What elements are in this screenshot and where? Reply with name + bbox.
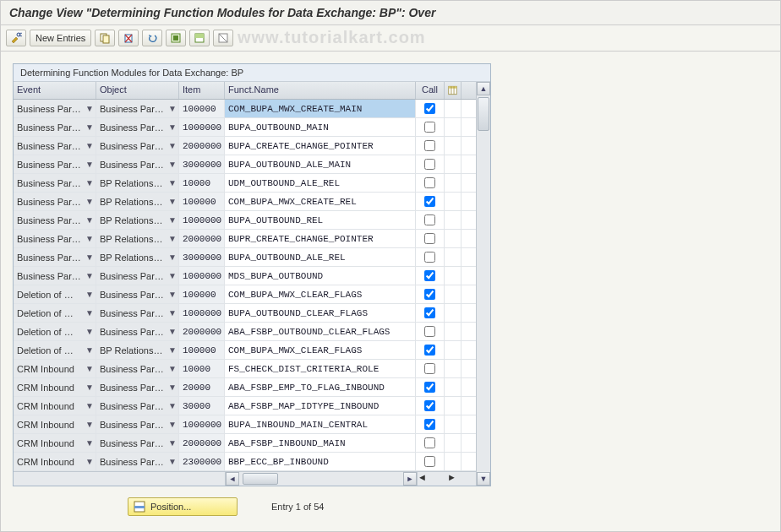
object-dropdown[interactable]: BP Relations…▼: [96, 341, 178, 359]
call-checkbox[interactable]: [424, 214, 435, 225]
table-row[interactable]: CRM Inbound▼Business Par…▼20000ABA_FSBP_…: [14, 378, 477, 397]
funct-name-field[interactable]: BUPA_OUTBOUND_ALE_MAIN: [225, 155, 415, 173]
funct-name-field[interactable]: BUPA_OUTBOUND_MAIN: [225, 118, 415, 136]
object-dropdown[interactable]: Business Par…▼: [96, 304, 178, 322]
funct-name-field[interactable]: UDM_OUTBOUND_ALE_REL: [225, 174, 415, 192]
delete-button[interactable]: [118, 30, 139, 46]
call-checkbox[interactable]: [424, 252, 435, 263]
object-dropdown[interactable]: Business Par…▼: [96, 100, 178, 117]
item-field[interactable]: 1000000: [179, 211, 224, 229]
event-dropdown[interactable]: CRM Inbound▼: [14, 434, 96, 452]
funct-name-field[interactable]: ABA_FSBP_INBOUND_MAIN: [225, 434, 415, 452]
event-dropdown[interactable]: CRM Inbound▼: [14, 453, 96, 470]
col-header-object[interactable]: Object: [96, 82, 179, 99]
vertical-scrollbar[interactable]: ▲ ▼: [476, 82, 490, 486]
item-field[interactable]: 100000: [179, 341, 224, 359]
scroll-up-arrow[interactable]: ▲: [477, 82, 490, 95]
table-row[interactable]: Business Par…▼Business Par…▼3000000BUPA_…: [14, 155, 477, 174]
event-dropdown[interactable]: Business Par…▼: [14, 100, 96, 117]
item-field[interactable]: 100000: [179, 193, 224, 210]
object-dropdown[interactable]: Business Par…▼: [96, 453, 178, 470]
funct-name-field[interactable]: COM_BUPA_MWX_CREATE_MAIN: [225, 100, 415, 117]
event-dropdown[interactable]: Business Par…▼: [14, 137, 96, 155]
funct-name-field[interactable]: BUPA_OUTBOUND_ALE_REL: [225, 248, 415, 266]
funct-name-field[interactable]: BUPA_INBOUND_MAIN_CENTRAL: [225, 415, 415, 433]
funct-name-field[interactable]: ABA_FSBP_EMP_TO_FLAG_INBOUND: [225, 378, 415, 396]
table-row[interactable]: Deletion of …▼Business Par…▼100000COM_BU…: [14, 285, 477, 304]
call-checkbox[interactable]: [424, 307, 435, 318]
funct-name-field[interactable]: MDS_BUPA_OUTBOUND: [225, 267, 415, 285]
table-row[interactable]: Business Par…▼Business Par…▼2000000BUPA_…: [14, 137, 477, 155]
item-field[interactable]: 2000000: [179, 434, 224, 452]
table-row[interactable]: Business Par…▼Business Par…▼100000COM_BU…: [14, 100, 477, 118]
item-field[interactable]: 2000000: [179, 323, 224, 340]
event-dropdown[interactable]: CRM Inbound▼: [14, 360, 96, 377]
item-field[interactable]: 100000: [179, 100, 224, 117]
table-row[interactable]: Deletion of …▼Business Par…▼2000000ABA_F…: [14, 323, 477, 341]
funct-name-field[interactable]: COM_BUPA_MWX_CLEAR_FLAGS: [225, 341, 415, 359]
funct-name-field[interactable]: BUPA_OUTBOUND_REL: [225, 211, 415, 229]
object-dropdown[interactable]: Business Par…▼: [96, 118, 178, 136]
event-dropdown[interactable]: Business Par…▼: [14, 118, 96, 136]
item-field[interactable]: 10000: [179, 174, 224, 192]
event-dropdown[interactable]: Deletion of …▼: [14, 341, 96, 359]
object-dropdown[interactable]: Business Par…▼: [96, 155, 178, 173]
col-header-funct[interactable]: Funct.Name: [225, 82, 416, 99]
vscroll-thumb[interactable]: [478, 97, 489, 131]
table-row[interactable]: Business Par…▼BP Relations…▼100000COM_BU…: [14, 193, 477, 211]
item-field[interactable]: 3000000: [179, 155, 224, 173]
call-checkbox[interactable]: [424, 456, 435, 467]
call-checkbox[interactable]: [424, 196, 435, 207]
funct-name-field[interactable]: COM_BUPA_MWX_CREATE_REL: [225, 193, 415, 210]
table-row[interactable]: CRM Inbound▼Business Par…▼2000000ABA_FSB…: [14, 434, 477, 453]
object-dropdown[interactable]: Business Par…▼: [96, 378, 178, 396]
call-checkbox[interactable]: [424, 400, 435, 411]
call-checkbox[interactable]: [424, 270, 435, 281]
scroll-down-arrow[interactable]: ▼: [477, 472, 490, 486]
object-dropdown[interactable]: BP Relations…▼: [96, 211, 178, 229]
call-checkbox[interactable]: [424, 326, 435, 337]
event-dropdown[interactable]: Deletion of …▼: [14, 323, 96, 340]
item-field[interactable]: 1000000: [179, 415, 224, 433]
call-checkbox[interactable]: [424, 140, 435, 151]
item-field[interactable]: 10000: [179, 360, 224, 377]
position-button[interactable]: Position...: [128, 497, 238, 516]
event-dropdown[interactable]: CRM Inbound▼: [14, 397, 96, 415]
call-checkbox[interactable]: [424, 345, 435, 356]
funct-name-field[interactable]: ABA_FSBP_MAP_IDTYPE_INBOUND: [225, 397, 415, 415]
object-dropdown[interactable]: BP Relations…▼: [96, 174, 178, 192]
copy-as-button[interactable]: [95, 30, 115, 46]
object-dropdown[interactable]: BP Relations…▼: [96, 193, 178, 210]
event-dropdown[interactable]: Business Par…▼: [14, 155, 96, 173]
scroll-left-arrow[interactable]: ◄: [226, 472, 239, 486]
event-dropdown[interactable]: Business Par…▼: [14, 267, 96, 285]
call-checkbox[interactable]: [424, 159, 435, 170]
table-row[interactable]: Business Par…▼Business Par…▼1000000BUPA_…: [14, 118, 477, 137]
funct-name-field[interactable]: BUPA_OUTBOUND_CLEAR_FLAGS: [225, 304, 415, 322]
item-field[interactable]: 30000: [179, 397, 224, 415]
table-row[interactable]: CRM Inbound▼Business Par…▼1000000BUPA_IN…: [14, 415, 477, 434]
item-field[interactable]: 20000: [179, 378, 224, 396]
item-field[interactable]: 1000000: [179, 304, 224, 322]
select-all-button[interactable]: [166, 30, 186, 46]
call-checkbox[interactable]: [424, 103, 435, 114]
object-dropdown[interactable]: Business Par…▼: [96, 434, 178, 452]
object-dropdown[interactable]: Business Par…▼: [96, 360, 178, 377]
object-dropdown[interactable]: Business Par…▼: [96, 285, 178, 303]
new-entries-button[interactable]: New Entries: [30, 30, 91, 46]
call-checkbox[interactable]: [424, 382, 435, 393]
table-row[interactable]: Business Par…▼BP Relations…▼1000000BUPA_…: [14, 211, 477, 230]
col-header-call[interactable]: Call: [416, 82, 445, 99]
item-field[interactable]: 3000000: [179, 248, 224, 266]
toggle-display-change-button[interactable]: [6, 30, 26, 46]
funct-name-field[interactable]: BBP_ECC_BP_INBOUND: [225, 453, 415, 470]
object-dropdown[interactable]: BP Relations…▼: [96, 248, 178, 266]
item-field[interactable]: 2000000: [179, 230, 224, 247]
item-field[interactable]: 2300000: [179, 453, 224, 470]
call-checkbox[interactable]: [424, 289, 435, 300]
call-checkbox[interactable]: [424, 437, 435, 448]
object-dropdown[interactable]: Business Par…▼: [96, 397, 178, 415]
table-row[interactable]: Business Par…▼Business Par…▼1000000MDS_B…: [14, 267, 477, 285]
select-block-button[interactable]: [189, 30, 210, 46]
event-dropdown[interactable]: Business Par…▼: [14, 230, 96, 247]
